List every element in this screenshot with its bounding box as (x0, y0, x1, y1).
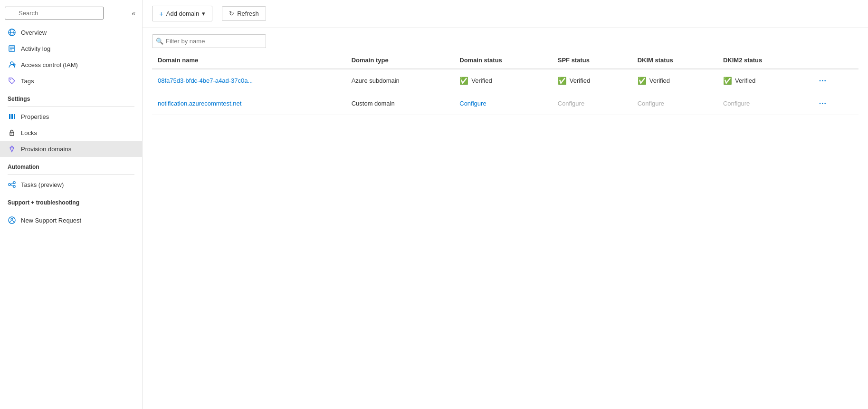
spf-status-cell-1: ✅ Verified (552, 69, 632, 92)
sidebar-item-locks-label: Locks (21, 129, 37, 136)
svg-point-10 (10, 79, 11, 80)
sidebar-item-activity-log[interactable]: Activity log (0, 40, 142, 57)
dkim2-status-configure-2: Configure (723, 100, 750, 107)
dkim-status-verified-1: ✅ Verified (638, 77, 712, 85)
domain-name-link-2[interactable]: notification.azurecommtest.net (158, 100, 241, 107)
dkim-status-cell-2: Configure (632, 92, 717, 115)
settings-section-label: Settings (0, 89, 142, 104)
sidebar-item-tags-label: Tags (21, 78, 34, 85)
domain-status-cell-1: ✅ Verified (454, 69, 552, 92)
svg-rect-12 (11, 114, 13, 119)
settings-divider (8, 106, 134, 107)
sidebar-item-iam[interactable]: + Access control (IAM) (0, 57, 142, 73)
dkim2-status-text-1: Verified (735, 77, 755, 84)
table-row: notification.azurecommtest.net Custom do… (152, 92, 858, 115)
dkim-status-configure-2: Configure (638, 100, 664, 107)
col-actions (809, 52, 858, 69)
filter-input-wrapper: 🔍 (152, 34, 266, 48)
svg-point-15 (11, 134, 12, 135)
svg-text:+: + (14, 63, 15, 66)
sidebar-item-iam-label: Access control (IAM) (21, 61, 78, 68)
svg-rect-13 (14, 114, 15, 119)
sidebar-item-tags[interactable]: Tags (0, 73, 142, 89)
dkim-status-text-1: Verified (649, 77, 670, 84)
col-domain-status: Domain status (454, 52, 552, 69)
bars-icon (8, 112, 16, 121)
spf-status-text-1: Verified (570, 77, 590, 84)
table-header-row: Domain name Domain type Domain status SP… (152, 52, 858, 69)
collapse-sidebar-button[interactable]: « (130, 8, 137, 19)
lock-icon (8, 128, 16, 137)
domain-table-container: Domain name Domain type Domain status SP… (143, 52, 868, 409)
sidebar-item-new-support[interactable]: New Support Request (0, 212, 142, 228)
domain-type-cell-1: Azure subdomain (346, 69, 454, 92)
dkim2-status-cell-2: Configure (717, 92, 809, 115)
diamond-icon (8, 145, 16, 153)
sidebar-item-properties-label: Properties (21, 113, 49, 120)
plus-icon: + (159, 10, 163, 18)
sidebar-item-new-support-label: New Support Request (21, 217, 81, 224)
globe-icon (8, 28, 16, 37)
svg-line-19 (10, 183, 13, 185)
person-icon: + (8, 60, 16, 69)
spf-status-cell-2: Configure (552, 92, 632, 115)
svg-point-7 (10, 62, 13, 65)
sidebar: 🔍 « Overview Activity log + Access contr… (0, 0, 143, 409)
refresh-icon: ↻ (229, 10, 234, 17)
tag-icon (8, 77, 16, 85)
spf-status-verified-1: ✅ Verified (558, 77, 626, 85)
svg-rect-17 (13, 182, 15, 184)
actions-cell-1: ⋯ (809, 69, 858, 92)
main-content: + Add domain ▾ ↻ Refresh 🔍 Domain name D… (143, 0, 868, 409)
col-dkim2-status: DKIM2 status (717, 52, 809, 69)
filter-by-name-input[interactable] (152, 34, 266, 48)
refresh-button[interactable]: ↻ Refresh (222, 6, 266, 21)
search-input[interactable] (5, 7, 104, 19)
check-icon-dkim2-1: ✅ (723, 77, 732, 85)
check-icon-1: ✅ (459, 77, 468, 85)
sidebar-item-provision-domains-label: Provision domains (21, 146, 71, 153)
filter-bar: 🔍 (143, 28, 868, 52)
support-section-label: Support + troubleshooting (0, 193, 142, 208)
domain-status-text-1: Verified (471, 77, 492, 84)
row-more-button-2[interactable]: ⋯ (815, 98, 830, 109)
domain-status-configure-active-2[interactable]: Configure (459, 100, 486, 107)
table-row: 08fa75d3-bfdc-4be7-a4ad-37c0a... Azure s… (152, 69, 858, 92)
nodes-icon (8, 180, 16, 189)
sidebar-item-provision-domains[interactable]: Provision domains (0, 141, 142, 157)
support-divider (8, 210, 134, 210)
domain-name-cell-1: 08fa75d3-bfdc-4be7-a4ad-37c0a... (152, 69, 346, 92)
refresh-label: Refresh (237, 10, 259, 17)
sidebar-search-row: 🔍 « (0, 4, 142, 24)
sidebar-item-tasks[interactable]: Tasks (preview) (0, 176, 142, 193)
chevron-down-icon: ▾ (202, 10, 205, 17)
domain-status-cell-2: Configure (454, 92, 552, 115)
list-icon (8, 44, 16, 53)
filter-search-icon: 🔍 (156, 38, 163, 45)
row-more-button-1[interactable]: ⋯ (815, 75, 830, 86)
dkim-status-cell-1: ✅ Verified (632, 69, 717, 92)
sidebar-item-properties[interactable]: Properties (0, 108, 142, 125)
automation-divider (8, 174, 134, 175)
add-domain-button[interactable]: + Add domain ▾ (152, 6, 212, 21)
domain-name-cell-2: notification.azurecommtest.net (152, 92, 346, 115)
svg-line-20 (10, 185, 13, 186)
add-domain-label: Add domain (166, 10, 199, 17)
automation-section-label: Automation (0, 157, 142, 172)
search-input-wrapper: 🔍 (5, 7, 127, 19)
sidebar-item-overview-label: Overview (21, 29, 47, 36)
sidebar-item-overview[interactable]: Overview (0, 24, 142, 40)
actions-cell-2: ⋯ (809, 92, 858, 115)
sidebar-item-tasks-label: Tasks (preview) (21, 181, 64, 188)
sidebar-item-locks[interactable]: Locks (0, 125, 142, 141)
col-dkim-status: DKIM status (632, 52, 717, 69)
col-domain-type: Domain type (346, 52, 454, 69)
toolbar: + Add domain ▾ ↻ Refresh (143, 0, 868, 28)
domain-type-cell-2: Custom domain (346, 92, 454, 115)
domain-status-verified-1: ✅ Verified (459, 77, 546, 85)
domain-name-link-1[interactable]: 08fa75d3-bfdc-4be7-a4ad-37c0a... (158, 77, 253, 84)
sidebar-item-activity-log-label: Activity log (21, 45, 50, 52)
svg-point-22 (11, 218, 13, 220)
check-icon-dkim-1: ✅ (638, 77, 647, 85)
dkim2-status-cell-1: ✅ Verified (717, 69, 809, 92)
